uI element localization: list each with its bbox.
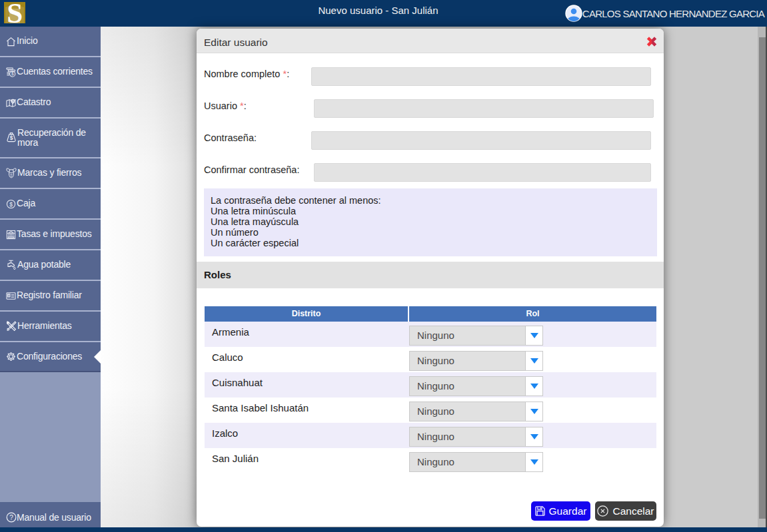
svg-text:$: $: [9, 200, 13, 207]
svg-text:?: ?: [9, 513, 13, 521]
svg-text:$: $: [11, 71, 14, 76]
svg-text:$: $: [10, 134, 13, 141]
